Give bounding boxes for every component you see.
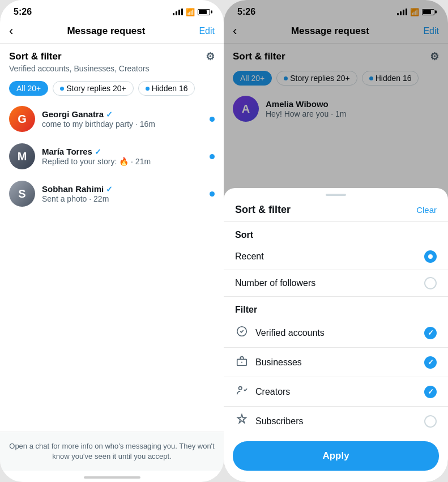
message-list: G Georgi Ganatra ✓ come to my birthday p…: [0, 100, 224, 212]
message-name-georgi: Georgi Ganatra ✓: [42, 109, 203, 119]
filter-verified-row[interactable]: Verified accounts ✓: [224, 318, 448, 347]
bottom-notice: Open a chat for more info on who's messa…: [0, 432, 224, 471]
message-item-sobhan[interactable]: S Sobhan Rahimi ✓ Sent a photo · 22m: [0, 175, 224, 212]
status-time-left: 5:26: [14, 7, 32, 17]
sort-filter-section: Sort & filter ⚙ Verified accounts, Busin…: [0, 44, 224, 76]
pill-hidden-label: Hidden 16: [152, 84, 188, 93]
sort-recent-label: Recent: [235, 251, 264, 262]
message-content-sobhan: Sobhan Rahimi ✓ Sent a photo · 22m: [42, 184, 203, 203]
filter-subscribers-row[interactable]: Subscribers: [224, 407, 448, 436]
status-icons-left: 📶: [173, 8, 210, 16]
verified-icon: [235, 325, 249, 340]
pill-hidden-left[interactable]: Hidden 16: [138, 81, 195, 96]
filter-creators-row[interactable]: Creators ✓: [224, 377, 448, 406]
pill-story-label: Story replies 20+: [66, 84, 126, 93]
filter-creators-label: Creators: [235, 384, 290, 399]
verified-badge-sobhan: ✓: [106, 185, 113, 194]
unread-dot-georgi: [210, 117, 215, 122]
sort-recent-radio[interactable]: [424, 250, 437, 263]
sheet-header: Sort & filter Clear: [224, 196, 448, 222]
filter-businesses-checkbox[interactable]: ✓: [424, 356, 437, 369]
radio-inner: [428, 254, 433, 259]
sort-filter-title: Sort & filter ⚙: [9, 50, 215, 63]
back-button-left[interactable]: ‹: [9, 24, 13, 39]
edit-button-left[interactable]: Edit: [199, 26, 215, 36]
pills-row-left: All 20+ Story replies 20+ Hidden 16: [0, 76, 224, 100]
sheet-title: Sort & filter: [235, 204, 291, 216]
unread-dot-maria: [210, 154, 215, 159]
filter-businesses-label: Businesses: [235, 355, 302, 370]
filter-subscribers-label: Subscribers: [235, 413, 303, 429]
message-preview-georgi: come to my birthday party · 16m: [42, 120, 203, 129]
avatar-maria: M: [9, 143, 35, 169]
message-meta-sobhan: [210, 191, 215, 197]
sort-followers-row[interactable]: Number of followers: [224, 270, 448, 296]
battery-icon: [198, 9, 210, 15]
left-phone: 5:26 📶 ‹ Message request Edit Sort & fil…: [0, 0, 224, 482]
verified-badge-maria: ✓: [95, 147, 101, 156]
sort-followers-radio[interactable]: [424, 277, 437, 289]
sort-recent-row[interactable]: Recent: [224, 244, 448, 270]
filter-verified-label: Verified accounts: [235, 325, 325, 340]
wifi-icon: 📶: [186, 8, 195, 16]
svg-point-3: [239, 387, 242, 390]
pill-all-left[interactable]: All 20+: [9, 81, 48, 96]
pill-story-left[interactable]: Story replies 20+: [53, 81, 133, 96]
message-meta-georgi: [210, 117, 215, 122]
filter-subscribers-checkbox[interactable]: [424, 415, 437, 428]
subscriber-icon: [235, 413, 249, 429]
filter-creators-checkbox[interactable]: ✓: [424, 386, 437, 398]
message-content-georgi: Georgi Ganatra ✓ come to my birthday par…: [42, 109, 203, 129]
pill-dot-story: [60, 87, 64, 91]
creator-icon: [235, 384, 249, 399]
status-bar-left: 5:26 📶: [0, 0, 224, 19]
clear-button[interactable]: Clear: [416, 205, 437, 215]
right-phone: 5:26 📶 ‹ Message request Edit Sort & fil…: [224, 0, 448, 482]
message-name-sobhan: Sobhan Rahimi ✓: [42, 184, 203, 194]
message-preview-maria: Replied to your story: 🔥 · 21m: [42, 157, 203, 166]
message-preview-sobhan: Sent a photo · 22m: [42, 194, 203, 203]
filter-section-label: Filter: [224, 297, 448, 318]
header-left: ‹ Message request Edit: [0, 19, 224, 44]
sort-section-label: Sort: [224, 222, 448, 244]
apply-button[interactable]: Apply: [233, 441, 439, 471]
business-icon: [235, 355, 249, 370]
signal-icon: [173, 8, 183, 15]
message-content-maria: María Torres ✓ Replied to your story: 🔥 …: [42, 147, 203, 166]
message-meta-maria: [210, 154, 215, 159]
unread-dot-sobhan: [210, 191, 215, 197]
home-indicator-left: [84, 476, 140, 479]
message-name-maria: María Torres ✓: [42, 147, 203, 156]
bottom-sheet: Sort & filter Clear Sort Recent Number o…: [224, 188, 448, 482]
filter-icon[interactable]: ⚙: [206, 50, 215, 63]
sort-followers-label: Number of followers: [235, 278, 315, 288]
pill-dot-hidden: [146, 87, 150, 91]
page-title-left: Message request: [67, 25, 145, 37]
filter-verified-checkbox[interactable]: ✓: [424, 327, 437, 339]
pill-all-label: All 20+: [16, 84, 41, 93]
avatar-sobhan: S: [9, 181, 35, 207]
sort-filter-subtitle: Verified accounts, Businesses, Creators: [9, 64, 215, 73]
filter-businesses-row[interactable]: Businesses ✓: [224, 348, 448, 377]
avatar-georgi: G: [9, 106, 35, 132]
message-item-maria[interactable]: M María Torres ✓ Replied to your story: …: [0, 138, 224, 175]
message-item-georgi[interactable]: G Georgi Ganatra ✓ come to my birthday p…: [0, 100, 224, 138]
verified-badge-georgi: ✓: [106, 110, 113, 119]
